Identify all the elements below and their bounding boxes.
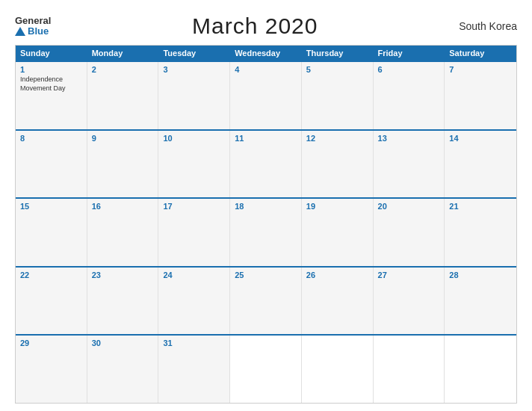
day-number: 31 [163,339,225,347]
day-cell-0-1: 2 [87,62,159,129]
week-row-5: 293031 [16,334,516,403]
day-cell-3-4: 26 [302,268,374,335]
day-cell-2-1: 16 [87,199,159,266]
day-cell-3-6: 28 [445,268,516,335]
day-number: 12 [306,134,368,143]
day-number: 9 [92,134,154,143]
day-cell-4-1: 30 [87,336,159,403]
day-number: 27 [378,271,440,279]
day-cell-2-3: 18 [230,199,302,266]
day-number: 4 [235,65,297,74]
day-cell-1-4: 12 [302,131,374,198]
day-number: 25 [235,271,297,279]
day-cell-1-6: 14 [445,131,516,198]
day-number: 16 [92,202,154,211]
day-number: 2 [92,65,154,74]
day-number: 14 [449,134,512,143]
calendar-grid: Sunday Monday Tuesday Wednesday Thursday… [15,45,517,404]
day-cell-1-2: 10 [158,131,230,198]
header: General Blue March 2020 South Korea [15,13,517,39]
day-cell-1-1: 9 [87,131,159,198]
day-number: 23 [92,271,154,279]
week-row-4: 22232425262728 [16,266,516,335]
day-number: 18 [235,202,297,211]
day-number: 30 [92,339,154,347]
day-cell-0-6: 7 [445,62,516,129]
logo-general-text: General [15,16,51,26]
day-header-friday: Friday [374,46,445,61]
day-cell-0-4: 5 [302,62,374,129]
logo: General Blue [15,16,51,37]
day-number: 22 [20,271,82,279]
day-number: 8 [20,134,82,143]
day-cell-0-5: 6 [374,62,445,129]
day-cell-2-4: 19 [302,199,374,266]
day-cell-1-5: 13 [374,131,445,198]
day-number: 24 [163,271,225,279]
day-number: 26 [306,271,368,279]
day-number: 19 [306,202,368,211]
day-cell-4-5 [374,336,445,403]
day-cell-2-2: 17 [158,199,230,266]
day-header-thursday: Thursday [302,46,374,61]
week-row-1: 1Independence Movement Day234567 [16,61,516,129]
day-number: 1 [20,65,82,74]
day-cell-4-4 [302,336,374,403]
day-number: 3 [163,65,225,74]
day-number: 6 [378,65,440,74]
day-cell-2-6: 21 [445,199,516,266]
logo-blue-text: Blue [15,26,49,37]
calendar-title: March 2020 [192,13,318,39]
day-cell-4-0: 29 [16,336,87,403]
day-cell-3-3: 25 [230,268,302,335]
day-number: 21 [449,202,512,211]
day-number: 29 [20,339,82,347]
day-number: 17 [163,202,225,211]
day-cell-1-3: 11 [230,131,302,198]
logo-triangle-icon [15,27,25,36]
day-number: 5 [306,65,368,74]
day-cell-1-0: 8 [16,131,87,198]
day-number: 11 [235,134,297,143]
day-header-sunday: Sunday [16,46,87,61]
days-header: Sunday Monday Tuesday Wednesday Thursday… [16,46,516,61]
day-cell-2-5: 20 [374,199,445,266]
day-number: 20 [378,202,440,211]
day-number: 13 [378,134,440,143]
day-cell-3-0: 22 [16,268,87,335]
day-cell-0-3: 4 [230,62,302,129]
day-cell-3-2: 24 [158,268,230,335]
calendar-page: General Blue March 2020 South Korea Sund… [0,0,532,411]
day-cell-2-0: 15 [16,199,87,266]
holiday-label: Independence Movement Day [20,75,82,93]
day-cell-4-2: 31 [158,336,230,403]
day-header-saturday: Saturday [445,46,516,61]
day-cell-4-3 [230,336,302,403]
day-cell-0-0: 1Independence Movement Day [16,62,87,129]
week-row-2: 891011121314 [16,129,516,198]
day-number: 15 [20,202,82,211]
day-header-monday: Monday [87,46,159,61]
day-cell-3-5: 27 [374,268,445,335]
week-row-3: 15161718192021 [16,197,516,266]
day-cell-4-6 [445,336,516,403]
day-header-wednesday: Wednesday [230,46,302,61]
day-number: 28 [449,271,512,279]
weeks-container: 1Independence Movement Day23456789101112… [16,61,516,403]
day-cell-0-2: 3 [158,62,230,129]
day-number: 7 [449,65,512,74]
day-cell-3-1: 23 [87,268,159,335]
day-header-tuesday: Tuesday [158,46,230,61]
day-number: 10 [163,134,225,143]
country-label: South Korea [459,20,517,32]
